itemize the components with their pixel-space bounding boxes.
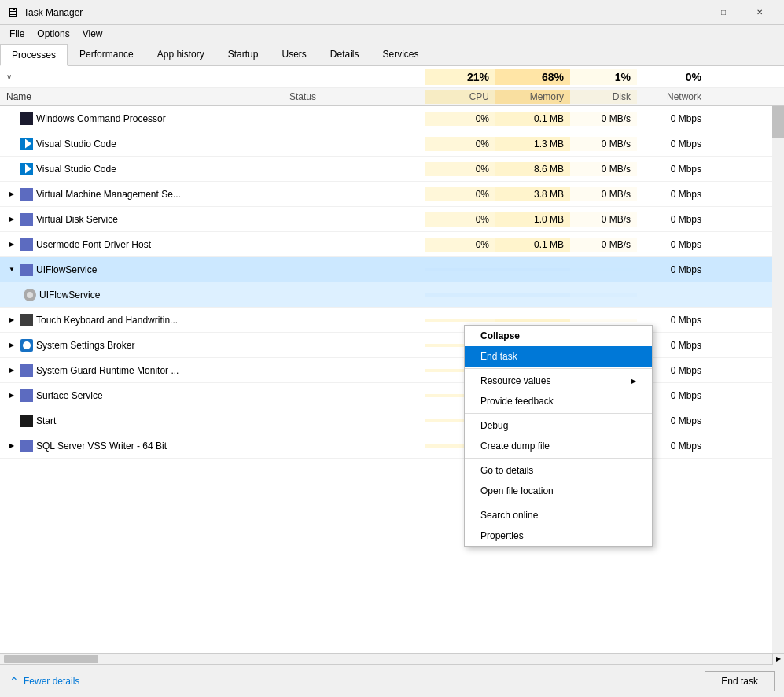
scroll-thumb[interactable] bbox=[772, 106, 784, 138]
process-status bbox=[283, 369, 425, 372]
process-icon bbox=[20, 163, 33, 175]
tab-users[interactable]: Users bbox=[270, 42, 318, 65]
table-row[interactable]: ▶ System Guard Runtime Monitor ... 0 Mbp… bbox=[0, 358, 772, 383]
table-row[interactable]: ▶ Touch Keyboard and Handwritin... 0 Mbp… bbox=[0, 308, 772, 333]
process-network: 0 Mbps bbox=[637, 212, 708, 227]
expand-icon[interactable] bbox=[6, 415, 17, 426]
hscroll-right-arrow[interactable]: ▶ bbox=[772, 654, 784, 665]
process-name: Touch Keyboard and Handwritin... bbox=[36, 315, 178, 326]
table-row[interactable]: ▶ Surface Service 0 Mbps bbox=[0, 383, 772, 408]
table-row[interactable]: ▶ Virtual Machine Management Se... 0% 3.… bbox=[0, 182, 772, 207]
col-header-network[interactable]: Network bbox=[637, 90, 708, 104]
process-memory bbox=[495, 268, 570, 271]
expand-icon[interactable] bbox=[6, 138, 17, 149]
collapse-chevron-icon[interactable]: ∨ bbox=[6, 72, 12, 81]
process-status bbox=[283, 394, 425, 397]
process-memory: 1.0 MB bbox=[495, 212, 570, 227]
col-header-name[interactable]: Name bbox=[0, 90, 283, 104]
process-cpu bbox=[425, 268, 495, 271]
ctx-open-file-location[interactable]: Open file location bbox=[465, 481, 652, 501]
ctx-search-online[interactable]: Search online bbox=[465, 505, 652, 526]
expand-icon[interactable]: ▶ bbox=[6, 214, 17, 225]
expand-icon[interactable]: ▶ bbox=[6, 340, 17, 351]
process-cpu: 0% bbox=[425, 187, 495, 201]
tab-startup[interactable]: Startup bbox=[216, 42, 271, 65]
process-memory: 8.6 MB bbox=[495, 162, 570, 176]
tab-app-history[interactable]: App history bbox=[145, 42, 216, 65]
ctx-resource-values[interactable]: Resource values ▶ bbox=[465, 371, 652, 391]
context-menu: Collapse End task Resource values ▶ Prov… bbox=[464, 325, 653, 547]
table-row[interactable]: Windows Command Processor 0% 0.1 MB 0 MB… bbox=[0, 106, 772, 131]
process-disk: 0 MB/s bbox=[570, 212, 637, 227]
expand-icon[interactable]: ▶ bbox=[6, 441, 17, 452]
ctx-create-dump[interactable]: Create dump file bbox=[465, 436, 652, 456]
tab-details[interactable]: Details bbox=[318, 42, 371, 65]
expand-icon[interactable]: ▼ bbox=[6, 264, 17, 275]
table-row[interactable]: Visual Studio Code 0% 1.3 MB 0 MB/s 0 Mb… bbox=[0, 131, 772, 157]
table-row[interactable]: ▶ System Settings Broker 0 Mbps bbox=[0, 333, 772, 358]
expand-icon[interactable] bbox=[6, 164, 17, 175]
process-disk bbox=[570, 268, 637, 271]
process-name: System Settings Broker bbox=[36, 340, 134, 351]
process-icon bbox=[20, 415, 33, 427]
fewer-details-button[interactable]: ⌃ Fewer details bbox=[9, 675, 79, 688]
close-button[interactable]: ✕ bbox=[742, 0, 778, 25]
process-name: Start bbox=[36, 415, 56, 426]
minimize-button[interactable]: — bbox=[669, 0, 705, 25]
table-row[interactable]: Start 0 Mbps bbox=[0, 408, 772, 433]
ctx-end-task[interactable]: End task bbox=[465, 346, 652, 367]
ctx-separator-2 bbox=[465, 413, 652, 414]
tab-services[interactable]: Services bbox=[371, 42, 431, 65]
ctx-go-to-details[interactable]: Go to details bbox=[465, 460, 652, 481]
ctx-collapse[interactable]: Collapse bbox=[465, 326, 652, 346]
table-row[interactable]: ▶ Usermode Font Driver Host 0% 0.1 MB 0 … bbox=[0, 232, 772, 257]
ctx-properties[interactable]: Properties bbox=[465, 526, 652, 546]
table-row[interactable]: Visual Studio Code 0% 8.6 MB 0 MB/s 0 Mb… bbox=[0, 157, 772, 182]
process-network: 0 Mbps bbox=[637, 162, 708, 176]
menu-view[interactable]: View bbox=[76, 27, 109, 41]
process-name: Virtual Machine Management Se... bbox=[36, 189, 181, 200]
expand-icon[interactable]: ▶ bbox=[6, 189, 17, 200]
header-collapse-btn[interactable]: ∨ bbox=[0, 71, 283, 83]
col-header-disk[interactable]: Disk bbox=[570, 90, 637, 104]
col-header-memory[interactable]: Memory bbox=[495, 90, 570, 104]
title-bar-icon: 🖥 bbox=[6, 6, 19, 20]
process-icon bbox=[20, 188, 33, 201]
expand-icon[interactable]: ▶ bbox=[6, 239, 17, 250]
vertical-scrollbar[interactable] bbox=[772, 106, 784, 653]
process-name: Virtual Disk Service bbox=[36, 214, 118, 225]
process-status bbox=[283, 142, 425, 146]
process-status bbox=[283, 243, 425, 246]
process-cpu: 0% bbox=[425, 238, 495, 252]
ctx-provide-feedback[interactable]: Provide feedback bbox=[465, 391, 652, 411]
process-cpu bbox=[425, 319, 495, 322]
expand-icon[interactable]: ▶ bbox=[6, 390, 17, 401]
process-icon bbox=[20, 213, 33, 226]
hscroll-thumb[interactable] bbox=[4, 655, 98, 663]
main-content: ∨ 21% 68% 1% 0% Name Status CPU Memory D… bbox=[0, 66, 784, 664]
horizontal-scrollbar[interactable]: ▶ bbox=[0, 653, 784, 664]
process-name: System Guard Runtime Monitor ... bbox=[36, 365, 179, 376]
tab-performance[interactable]: Performance bbox=[68, 42, 145, 65]
col-header-cpu[interactable]: CPU bbox=[425, 90, 495, 104]
table-row[interactable]: ▶ SQL Server VSS Writer - 64 Bit 0 Mbps bbox=[0, 433, 772, 459]
title-bar: 🖥 Task Manager — □ ✕ bbox=[0, 0, 784, 25]
process-name: Usermode Font Driver Host bbox=[36, 239, 151, 250]
process-status bbox=[283, 419, 425, 422]
expand-icon[interactable]: ▶ bbox=[6, 315, 17, 326]
process-name: Surface Service bbox=[36, 390, 103, 401]
table-row[interactable]: ▼ UIFlowService 0 Mbps bbox=[0, 257, 772, 282]
expand-icon[interactable]: ▶ bbox=[6, 365, 17, 376]
restore-button[interactable]: □ bbox=[705, 0, 742, 25]
ctx-debug[interactable]: Debug bbox=[465, 415, 652, 436]
table-row[interactable]: UIFlowService bbox=[0, 282, 772, 308]
end-task-button[interactable]: End task bbox=[705, 671, 775, 691]
col-header-status[interactable]: Status bbox=[283, 90, 425, 104]
process-disk: 0 MB/s bbox=[570, 238, 637, 252]
menu-file[interactable]: File bbox=[3, 27, 31, 41]
bottom-bar: ⌃ Fewer details End task bbox=[0, 664, 784, 697]
process-disk bbox=[570, 319, 637, 322]
tab-processes[interactable]: Processes bbox=[0, 44, 68, 66]
menu-options[interactable]: Options bbox=[31, 27, 75, 41]
table-row[interactable]: ▶ Virtual Disk Service 0% 1.0 MB 0 MB/s … bbox=[0, 207, 772, 232]
